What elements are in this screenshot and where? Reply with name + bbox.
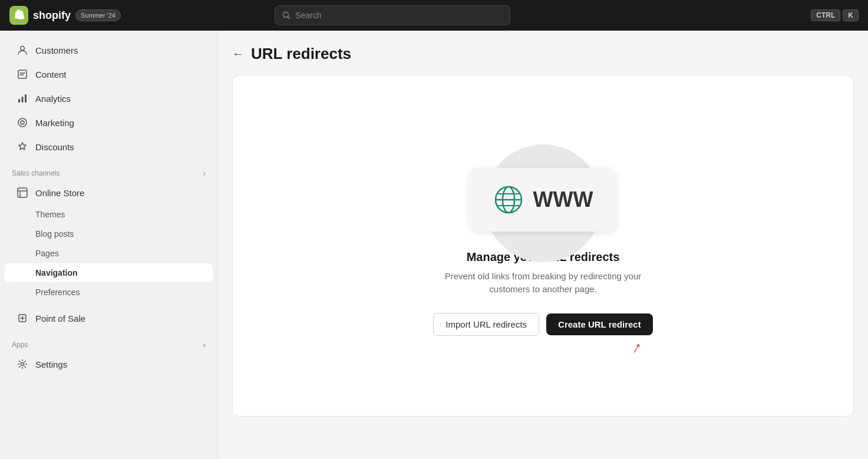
- www-text: WWW: [533, 187, 593, 212]
- shopify-logo: [9, 6, 28, 25]
- topbar: shopify Summer '24 Search CTRL K: [0, 0, 868, 31]
- apps-label: Apps: [12, 341, 28, 349]
- www-illustration: WWW: [470, 156, 617, 232]
- analytics-label: Analytics: [35, 94, 71, 104]
- globe-icon: [493, 184, 524, 215]
- pos-icon: [16, 312, 28, 324]
- online-store-label: Online Store: [35, 188, 84, 198]
- arrow-indicator: ↑: [629, 337, 645, 358]
- back-button[interactable]: ←: [232, 47, 244, 61]
- shopify-name-text: shopify: [33, 9, 71, 22]
- customers-icon: [16, 44, 28, 56]
- sidebar-item-settings[interactable]: Settings: [5, 352, 213, 376]
- svg-rect-4: [22, 97, 24, 103]
- version-badge: Summer '24: [75, 9, 121, 21]
- sidebar-item-marketing[interactable]: Marketing: [5, 111, 213, 134]
- sidebar-item-online-store[interactable]: Online Store: [5, 181, 213, 204]
- sidebar-item-discounts[interactable]: Discounts: [5, 135, 213, 158]
- sidebar-item-analytics[interactable]: Analytics: [5, 87, 213, 110]
- apps-chevron[interactable]: ›: [203, 340, 206, 349]
- svg-point-1: [21, 47, 25, 51]
- import-button[interactable]: Import URL redirects: [433, 313, 539, 336]
- pos-label: Point of Sale: [35, 313, 85, 323]
- sidebar-item-content[interactable]: Content: [5, 62, 213, 86]
- ctrl-key: CTRL: [811, 9, 840, 21]
- apps-section: Apps ›: [0, 331, 217, 352]
- sidebar: Customers Content Analytics Marketing Di: [0, 31, 218, 459]
- settings-label: Settings: [35, 359, 67, 369]
- svg-point-6: [18, 118, 27, 127]
- search-bar[interactable]: Search: [275, 5, 510, 25]
- online-store-icon: [16, 187, 28, 199]
- content-icon: [16, 68, 28, 80]
- action-buttons: Import URL redirects Create URL redirect…: [433, 313, 652, 336]
- svg-rect-3: [18, 99, 20, 103]
- svg-rect-5: [25, 94, 27, 103]
- keyboard-shortcut: CTRL K: [811, 9, 859, 21]
- k-key: K: [843, 9, 859, 21]
- svg-rect-8: [18, 188, 27, 197]
- pages-label: Pages: [35, 249, 59, 258]
- sales-channels-section: Sales channels ›: [0, 159, 217, 180]
- main-layout: Customers Content Analytics Marketing Di: [0, 31, 868, 459]
- marketing-icon: [16, 117, 28, 128]
- settings-icon: [16, 358, 28, 370]
- svg-point-10: [21, 363, 24, 366]
- preferences-label: Preferences: [35, 288, 80, 297]
- content-area: ← URL redirects WWW Manag: [218, 31, 868, 459]
- search-icon: [282, 11, 291, 19]
- sales-channels-chevron[interactable]: ›: [203, 169, 206, 178]
- sidebar-item-customers[interactable]: Customers: [5, 38, 213, 62]
- page-header: ← URL redirects: [232, 45, 854, 63]
- sidebar-item-pos[interactable]: Point of Sale: [5, 306, 213, 330]
- empty-state-description: Prevent old links from breaking by redir…: [431, 270, 655, 296]
- analytics-icon: [16, 93, 28, 104]
- search-placeholder: Search: [295, 11, 321, 20]
- svg-point-7: [21, 121, 24, 124]
- customers-label: Customers: [35, 45, 78, 55]
- create-button[interactable]: Create URL redirect: [546, 313, 653, 335]
- discounts-icon: [16, 141, 28, 153]
- sidebar-sub-blog-posts[interactable]: Blog posts: [5, 224, 213, 243]
- sidebar-sub-pages[interactable]: Pages: [5, 244, 213, 263]
- content-label: Content: [35, 70, 67, 80]
- discounts-label: Discounts: [35, 142, 74, 152]
- sidebar-sub-themes[interactable]: Themes: [5, 205, 213, 224]
- themes-label: Themes: [35, 210, 65, 219]
- navigation-label: Navigation: [35, 268, 78, 278]
- sidebar-sub-navigation[interactable]: Navigation: [5, 263, 213, 282]
- empty-state-card: WWW Manage your URL redirects Prevent ol…: [232, 75, 854, 417]
- sidebar-sub-preferences[interactable]: Preferences: [5, 283, 213, 302]
- marketing-label: Marketing: [35, 118, 74, 128]
- sales-channels-label: Sales channels: [12, 169, 60, 177]
- svg-rect-2: [18, 70, 27, 78]
- page-title: URL redirects: [251, 45, 351, 63]
- back-arrow: ←: [232, 47, 244, 61]
- www-card: WWW: [470, 168, 617, 232]
- logo-area: shopify Summer '24: [9, 6, 121, 25]
- blog-posts-label: Blog posts: [35, 229, 74, 239]
